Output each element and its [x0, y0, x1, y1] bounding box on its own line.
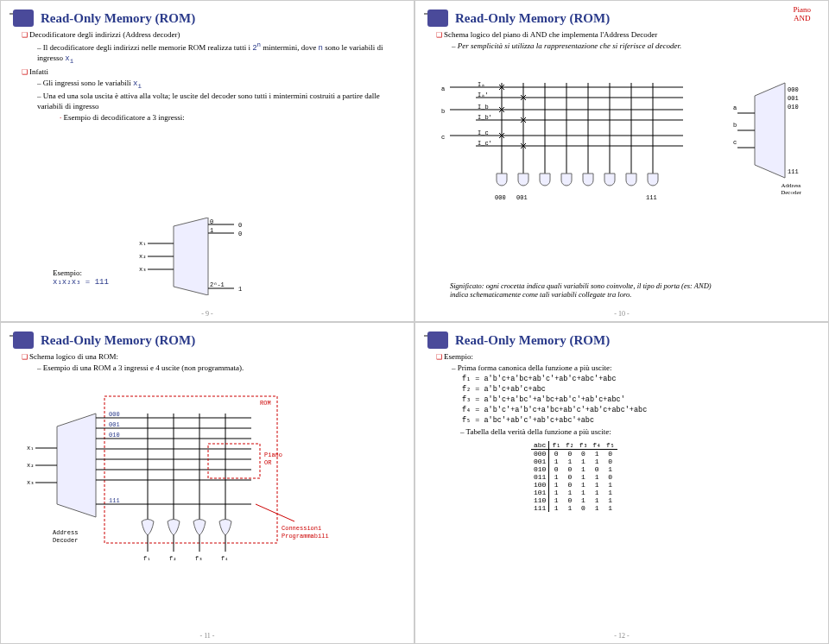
and-plane-diagram: a b c Iₐ Iₐ' I_b I_b' I_c I_c'	[441, 79, 700, 217]
eq: f₅ = a'bc'+ab'c'+ab'c+abc'+abc	[462, 416, 816, 426]
piano-and-tag: PianoAND	[793, 6, 811, 23]
rom-diagram: ROM x₁ x₂ x₃ Address Decoder 000 001 010…	[27, 392, 338, 582]
svg-text:I_c': I_c'	[478, 140, 492, 147]
svg-text:Iₐ: Iₐ	[478, 81, 484, 88]
table-header: abc f₁f₂ f₃f₄ f₅	[531, 441, 617, 450]
svg-text:000: 000	[495, 194, 506, 201]
text: Schema logico del piano di AND che imple…	[444, 30, 657, 39]
svg-text:Programmabili: Programmabili	[282, 533, 329, 540]
svg-text:Piano: Piano	[264, 451, 282, 458]
title-row: Read-Only Memory (ROM)	[13, 331, 402, 349]
table-row: 00111110	[531, 458, 617, 465]
svg-text:001: 001	[109, 421, 120, 428]
svg-text:x₂: x₂	[27, 462, 34, 469]
page-number: - 10 -	[614, 310, 629, 318]
svg-text:I_b: I_b	[478, 104, 489, 110]
text: Esempio di una ROM a 3 ingressi e 4 usci…	[43, 363, 244, 372]
svg-text:001: 001	[516, 194, 528, 201]
svg-text:Decoder: Decoder	[53, 537, 78, 544]
decoder-mini: a b c 000 001 010 111	[733, 79, 811, 191]
svg-text:x₂: x₂	[139, 253, 146, 260]
dash-item: Prima forma canonica della funzione a pi…	[452, 363, 816, 374]
example-label: Esempio:	[53, 268, 109, 277]
dash-item: Per semplicità si utilizza la rappresent…	[452, 41, 816, 52]
svg-text:2ⁿ-1: 2ⁿ-1	[210, 281, 225, 288]
svg-text:000: 000	[109, 411, 120, 418]
dash-item: Esempio di una ROM a 3 ingressi e 4 usci…	[37, 363, 402, 374]
svg-text:Address: Address	[53, 529, 78, 536]
text: = 111	[80, 278, 108, 287]
text: Il decodificatore degli indirizzi nelle …	[43, 43, 252, 52]
text: Esempio:	[444, 352, 473, 361]
text: Esempio di decodificatore a 3 ingressi:	[64, 113, 185, 122]
svg-text:b: b	[441, 108, 445, 115]
table-row: 11111011	[531, 504, 617, 512]
text: Tabella della verità della funzione a pi…	[466, 427, 611, 436]
svg-text:I_c: I_c	[478, 129, 489, 136]
chip-icon	[13, 331, 34, 349]
text: mintermini, dove	[261, 43, 319, 52]
text: Infatti	[29, 67, 48, 76]
slide-title: Read-Only Memory (ROM)	[455, 11, 610, 26]
title-row: Read-Only Memory (ROM)	[13, 9, 402, 27]
svg-text:010: 010	[788, 104, 799, 110]
svg-text:I_b': I_b'	[478, 114, 492, 121]
eq: f₄ = a'b'c'+a'b'c+a'bc+ab'c'+ab'c+abc'+a…	[462, 406, 816, 416]
svg-text:ROM: ROM	[260, 400, 271, 407]
svg-text:f₄: f₄	[221, 555, 228, 562]
svg-marker-58	[57, 414, 96, 517]
bullet: Esempio: Prima forma canonica della funz…	[436, 352, 816, 373]
text: i	[70, 58, 74, 65]
truth-table: abc f₁f₂ f₃f₄ f₅ 00000010001111100100010…	[531, 441, 617, 512]
text: Per semplicità si utilizza la rappresent…	[458, 41, 681, 50]
svg-text:b: b	[733, 122, 737, 129]
table-row: 01110110	[531, 473, 617, 481]
dot-item: Esempio di decodificatore a 3 ingressi:	[60, 113, 402, 123]
slide-12: Read-Only Memory (ROM) Esempio: Prima fo…	[414, 322, 829, 644]
chip-icon	[13, 9, 34, 27]
slide-10: PianoAND Read-Only Memory (ROM) Schema l…	[414, 0, 829, 322]
text: x₁x₂x₃	[53, 278, 80, 287]
svg-text:a: a	[733, 104, 737, 111]
svg-text:000: 000	[788, 86, 799, 93]
table-row: 10010111	[531, 481, 617, 489]
svg-text:x₃: x₃	[27, 479, 34, 486]
bullet: Infatti Gli ingressi sono le variabili x…	[22, 67, 402, 123]
svg-text:f₁: f₁	[143, 555, 150, 562]
text: Decodificatore degli indirizzi (Address …	[29, 30, 180, 39]
svg-marker-0	[174, 218, 208, 295]
slide-title: Read-Only Memory (ROM)	[41, 333, 195, 348]
table-row: 11010111	[531, 496, 617, 504]
svg-text:0: 0	[238, 230, 242, 237]
bullet: Schema logico del piano di AND che imple…	[436, 30, 816, 51]
text: Prima forma canonica della funzione a pi…	[458, 363, 612, 372]
svg-line-94	[256, 504, 294, 521]
eq: f₃ = a'b'c+a'bc'+a'bc+ab'c'+ab'c+abc'	[462, 395, 816, 406]
svg-text:x₃: x₃	[139, 266, 146, 273]
page-number: - 9 -	[201, 310, 212, 318]
dash-item: Tabella della verità della funzione a pi…	[460, 427, 816, 438]
bullet: Schema logico di una ROM: Esempio di una…	[22, 352, 402, 373]
slide-11: Read-Only Memory (ROM) Schema logico di …	[0, 322, 414, 644]
table-row: 01000101	[531, 465, 617, 473]
example-block: Esempio: x₁x₂x₃ = 111	[53, 268, 109, 287]
title-row: Read-Only Memory (ROM)	[427, 9, 816, 27]
eq: f₁ = a'b'c+a'bc+ab'c'+ab'c+abc'+abc	[462, 375, 816, 385]
text: Una ed una sola uscita è attiva alla vol…	[37, 92, 380, 110]
svg-text:1: 1	[238, 286, 242, 293]
text: Gli ingressi sono le variabili	[43, 79, 133, 87]
slide-title: Read-Only Memory (ROM)	[455, 333, 610, 348]
svg-text:f₃: f₃	[195, 555, 202, 562]
dash-item: Il decodificatore degli indirizzi nelle …	[37, 41, 402, 66]
svg-text:Iₐ': Iₐ'	[478, 92, 489, 98]
svg-text:c: c	[733, 139, 737, 146]
svg-text:111: 111	[788, 168, 799, 175]
equations: f₁ = a'b'c+a'bc+ab'c'+ab'c+abc'+abc f₂ =…	[462, 375, 816, 426]
dash-item: Una ed una sola uscita è attiva alla vol…	[37, 92, 402, 123]
svg-text:x₁: x₁	[27, 445, 34, 451]
svg-text:0: 0	[238, 222, 242, 229]
table-row: 00000010	[531, 449, 617, 458]
svg-text:a: a	[441, 85, 445, 92]
page-number: - 11 -	[199, 632, 214, 640]
table-row: 10111111	[531, 489, 617, 496]
